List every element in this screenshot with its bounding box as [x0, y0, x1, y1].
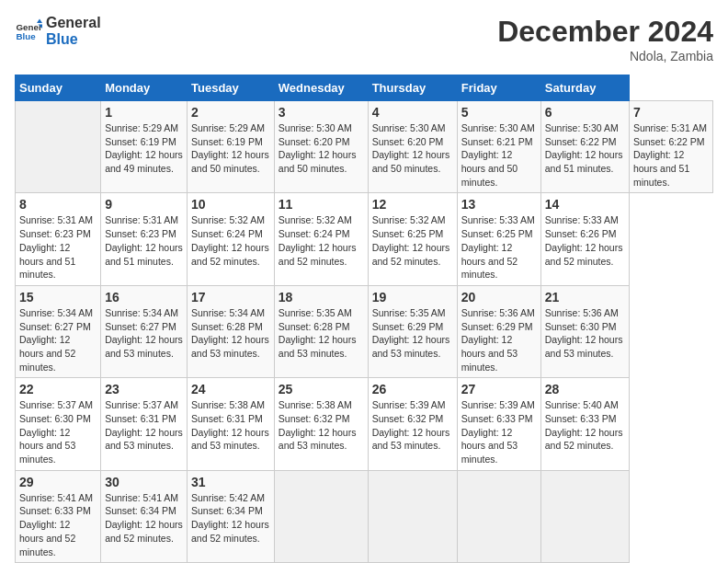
day-info: Sunrise: 5:35 AM Sunset: 6:28 PM Dayligh… — [279, 306, 364, 361]
table-row: 4 Sunrise: 5:30 AM Sunset: 6:20 PM Dayli… — [368, 101, 457, 193]
day-info: Sunrise: 5:40 AM Sunset: 6:33 PM Dayligh… — [545, 398, 625, 453]
day-number: 11 — [279, 197, 364, 212]
day-number: 4 — [372, 105, 453, 120]
day-number: 23 — [105, 382, 183, 396]
day-number: 30 — [105, 475, 183, 489]
table-row: 5 Sunrise: 5:30 AM Sunset: 6:21 PM Dayli… — [457, 101, 540, 193]
svg-text:General: General — [17, 21, 43, 31]
day-info: Sunrise: 5:33 AM Sunset: 6:26 PM Dayligh… — [545, 213, 625, 268]
logo: General Blue General Blue — [15, 15, 101, 47]
calendar-week-4: 22 Sunrise: 5:37 AM Sunset: 6:30 PM Dayl… — [16, 378, 713, 470]
day-number: 18 — [279, 290, 364, 304]
header-saturday: Saturday — [540, 75, 629, 101]
day-info: Sunrise: 5:37 AM Sunset: 6:31 PM Dayligh… — [105, 398, 183, 453]
table-row: 1 Sunrise: 5:29 AM Sunset: 6:19 PM Dayli… — [101, 101, 188, 193]
header-wednesday: Wednesday — [274, 75, 368, 101]
day-info: Sunrise: 5:30 AM Sunset: 6:20 PM Dayligh… — [372, 121, 453, 176]
day-number: 8 — [19, 197, 97, 212]
day-number: 10 — [191, 197, 270, 212]
day-number: 31 — [191, 475, 270, 489]
day-number: 2 — [191, 105, 270, 120]
table-row: 9 Sunrise: 5:31 AM Sunset: 6:23 PM Dayli… — [101, 193, 188, 285]
table-row: 26 Sunrise: 5:39 AM Sunset: 6:32 PM Dayl… — [368, 378, 457, 470]
day-number: 21 — [545, 290, 625, 304]
day-info: Sunrise: 5:34 AM Sunset: 6:28 PM Dayligh… — [191, 306, 270, 361]
day-number: 3 — [279, 105, 364, 120]
calendar-table: Sunday Monday Tuesday Wednesday Thursday… — [15, 75, 713, 563]
day-info: Sunrise: 5:39 AM Sunset: 6:33 PM Dayligh… — [461, 398, 537, 465]
table-row: 16 Sunrise: 5:34 AM Sunset: 6:27 PM Dayl… — [101, 285, 188, 377]
day-info: Sunrise: 5:35 AM Sunset: 6:29 PM Dayligh… — [372, 306, 453, 361]
logo-icon: General Blue — [15, 17, 42, 45]
logo-line2: Blue — [46, 31, 101, 48]
table-row — [16, 101, 101, 193]
table-row: 10 Sunrise: 5:32 AM Sunset: 6:24 PM Dayl… — [188, 193, 275, 285]
day-info: Sunrise: 5:29 AM Sunset: 6:19 PM Dayligh… — [191, 121, 270, 176]
table-row: 17 Sunrise: 5:34 AM Sunset: 6:28 PM Dayl… — [188, 285, 275, 377]
header-tuesday: Tuesday — [188, 75, 275, 101]
page-header: General Blue General Blue December 2024 … — [15, 15, 713, 63]
day-info: Sunrise: 5:41 AM Sunset: 6:33 PM Dayligh… — [19, 491, 97, 558]
location-subtitle: Ndola, Zambia — [497, 49, 713, 63]
table-row: 24 Sunrise: 5:38 AM Sunset: 6:31 PM Dayl… — [188, 378, 275, 470]
day-number: 15 — [19, 290, 97, 304]
day-info: Sunrise: 5:34 AM Sunset: 6:27 PM Dayligh… — [19, 306, 97, 373]
day-number: 1 — [105, 105, 183, 120]
title-block: December 2024 Ndola, Zambia — [497, 15, 713, 63]
month-title: December 2024 — [497, 15, 713, 49]
day-info: Sunrise: 5:29 AM Sunset: 6:19 PM Dayligh… — [105, 121, 183, 176]
day-number: 12 — [372, 197, 453, 212]
day-info: Sunrise: 5:42 AM Sunset: 6:34 PM Dayligh… — [191, 491, 270, 546]
day-number: 24 — [191, 382, 270, 396]
table-row: 30 Sunrise: 5:41 AM Sunset: 6:34 PM Dayl… — [101, 470, 188, 562]
table-row: 25 Sunrise: 5:38 AM Sunset: 6:32 PM Dayl… — [274, 378, 368, 470]
table-row: 2 Sunrise: 5:29 AM Sunset: 6:19 PM Dayli… — [188, 101, 275, 193]
day-info: Sunrise: 5:31 AM Sunset: 6:23 PM Dayligh… — [105, 213, 183, 268]
day-number: 29 — [19, 475, 97, 489]
day-info: Sunrise: 5:38 AM Sunset: 6:32 PM Dayligh… — [279, 398, 364, 453]
table-row: 6 Sunrise: 5:30 AM Sunset: 6:22 PM Dayli… — [540, 101, 629, 193]
day-info: Sunrise: 5:32 AM Sunset: 6:24 PM Dayligh… — [191, 213, 270, 268]
header-friday: Friday — [457, 75, 540, 101]
table-row: 22 Sunrise: 5:37 AM Sunset: 6:30 PM Dayl… — [16, 378, 101, 470]
table-row — [368, 470, 457, 562]
day-info: Sunrise: 5:32 AM Sunset: 6:25 PM Dayligh… — [372, 213, 453, 268]
header-thursday: Thursday — [368, 75, 457, 101]
day-info: Sunrise: 5:36 AM Sunset: 6:29 PM Dayligh… — [461, 306, 537, 373]
header-sunday: Sunday — [16, 75, 101, 101]
table-row: 12 Sunrise: 5:32 AM Sunset: 6:25 PM Dayl… — [368, 193, 457, 285]
calendar-header-row: Sunday Monday Tuesday Wednesday Thursday… — [16, 75, 713, 101]
table-row: 11 Sunrise: 5:32 AM Sunset: 6:24 PM Dayl… — [274, 193, 368, 285]
svg-text:Blue: Blue — [17, 31, 37, 41]
header-monday: Monday — [101, 75, 188, 101]
table-row: 3 Sunrise: 5:30 AM Sunset: 6:20 PM Dayli… — [274, 101, 368, 193]
table-row: 21 Sunrise: 5:36 AM Sunset: 6:30 PM Dayl… — [540, 285, 629, 377]
calendar-week-1: 1 Sunrise: 5:29 AM Sunset: 6:19 PM Dayli… — [16, 101, 713, 193]
day-number: 25 — [279, 382, 364, 396]
table-row: 18 Sunrise: 5:35 AM Sunset: 6:28 PM Dayl… — [274, 285, 368, 377]
day-info: Sunrise: 5:31 AM Sunset: 6:23 PM Dayligh… — [19, 213, 97, 281]
table-row: 27 Sunrise: 5:39 AM Sunset: 6:33 PM Dayl… — [457, 378, 540, 470]
table-row: 29 Sunrise: 5:41 AM Sunset: 6:33 PM Dayl… — [16, 470, 101, 562]
day-number: 27 — [461, 382, 537, 396]
calendar-week-2: 8 Sunrise: 5:31 AM Sunset: 6:23 PM Dayli… — [16, 193, 713, 285]
calendar-week-5: 29 Sunrise: 5:41 AM Sunset: 6:33 PM Dayl… — [16, 470, 713, 562]
table-row: 15 Sunrise: 5:34 AM Sunset: 6:27 PM Dayl… — [16, 285, 101, 377]
table-row: 23 Sunrise: 5:37 AM Sunset: 6:31 PM Dayl… — [101, 378, 188, 470]
day-number: 20 — [461, 290, 537, 304]
day-info: Sunrise: 5:30 AM Sunset: 6:20 PM Dayligh… — [279, 121, 364, 176]
table-row — [540, 470, 629, 562]
day-number: 6 — [545, 105, 625, 120]
day-info: Sunrise: 5:36 AM Sunset: 6:30 PM Dayligh… — [545, 306, 625, 361]
day-number: 28 — [545, 382, 625, 396]
calendar-week-3: 15 Sunrise: 5:34 AM Sunset: 6:27 PM Dayl… — [16, 285, 713, 377]
day-info: Sunrise: 5:41 AM Sunset: 6:34 PM Dayligh… — [105, 491, 183, 546]
day-number: 7 — [633, 105, 709, 120]
day-info: Sunrise: 5:30 AM Sunset: 6:21 PM Dayligh… — [461, 121, 537, 189]
table-row: 8 Sunrise: 5:31 AM Sunset: 6:23 PM Dayli… — [16, 193, 101, 285]
svg-marker-2 — [37, 18, 42, 23]
day-number: 13 — [461, 197, 537, 212]
day-info: Sunrise: 5:37 AM Sunset: 6:30 PM Dayligh… — [19, 398, 97, 465]
table-row: 7 Sunrise: 5:31 AM Sunset: 6:22 PM Dayli… — [629, 101, 712, 193]
day-info: Sunrise: 5:39 AM Sunset: 6:32 PM Dayligh… — [372, 398, 453, 453]
